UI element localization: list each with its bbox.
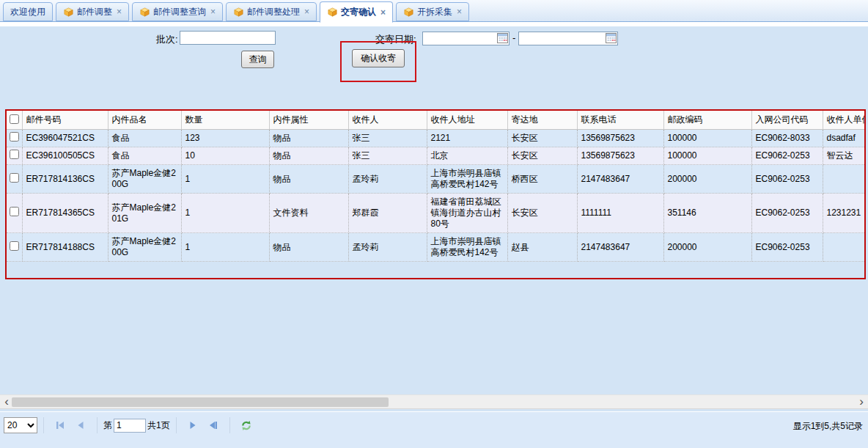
table-cell: 长安区 [507, 194, 577, 233]
close-icon[interactable]: × [380, 8, 386, 17]
horizontal-scrollbar[interactable]: ‹ › [0, 394, 868, 409]
table-cell: 2147483647 [577, 233, 663, 262]
select-all-cell [7, 111, 22, 130]
next-page-icon[interactable] [187, 419, 199, 431]
tab-label: 邮件调整 [77, 6, 112, 18]
table-cell: 物品 [269, 165, 348, 194]
table-cell: 2147483647 [577, 165, 663, 194]
table-cell: 张三 [348, 147, 427, 165]
column-header: 邮政编码 [663, 111, 751, 130]
tab-welcome[interactable]: 欢迎使用 [3, 2, 53, 21]
row-select-cell [7, 194, 22, 233]
package-icon [63, 7, 74, 18]
table-row[interactable]: EC396047521CS食品123物品张三2121长安区13569875623… [7, 130, 866, 147]
date-to-input[interactable] [518, 32, 618, 45]
scroll-left-icon[interactable]: ‹ [1, 394, 12, 409]
tab-label: 欢迎使用 [10, 6, 45, 18]
table-row[interactable]: ER717814365CS苏产Maple金健201G1文件资料郑群霞福建省莆田荔… [7, 194, 866, 233]
table-cell: EC9062-8033 [751, 130, 823, 147]
table-cell: 1 [181, 233, 269, 262]
table-cell: 物品 [269, 147, 348, 165]
calendar-icon[interactable] [606, 32, 617, 46]
row-checkbox[interactable] [10, 150, 19, 159]
table-row[interactable]: ER717814188CS苏产Maple金健200G1物品孟玲莉上海市崇明县庙镇… [7, 233, 866, 262]
tab-mail-adjust-query[interactable]: 邮件调整查询 × [132, 2, 223, 21]
table-cell: 13569875623 [577, 147, 663, 165]
row-checkbox[interactable] [10, 173, 19, 183]
confirm-receive-button[interactable]: 确认收寄 [352, 49, 405, 67]
table-cell: EC9062-0253 [751, 165, 823, 194]
table-cell: EC396100505CS [22, 147, 108, 165]
row-checkbox[interactable] [10, 207, 19, 216]
column-header: 联系电话 [577, 111, 663, 130]
table-cell: EC9062-0253 [751, 233, 823, 262]
table-cell: ER717814188CS [22, 233, 108, 262]
mail-table: 邮件号码内件品名数量内件属性收件人收件人地址寄达地联系电话邮政编码入网公司代码收… [7, 111, 866, 262]
table-cell: 上海市崇明县庙镇高桥爱民村142号 [427, 165, 507, 194]
tab-open-collect[interactable]: 开拆采集 × [396, 2, 469, 21]
column-header: 邮件号码 [22, 111, 108, 130]
prev-page-icon[interactable] [75, 419, 87, 431]
tab-label: 交寄确认 [341, 6, 376, 18]
table-cell: EC396047521CS [22, 130, 108, 147]
page-number-input[interactable] [114, 419, 146, 433]
row-select-cell [7, 165, 22, 194]
batch-input[interactable] [180, 31, 276, 45]
scrollbar-thumb[interactable] [12, 397, 389, 407]
close-icon[interactable]: × [304, 7, 309, 16]
table-cell: 物品 [269, 233, 348, 262]
table-cell: 赵县 [507, 233, 577, 262]
query-button[interactable]: 查询 [241, 51, 274, 68]
close-icon[interactable]: × [210, 7, 216, 16]
page-size-select[interactable]: 20 [4, 417, 37, 433]
table-cell: 100000 [663, 147, 751, 165]
close-icon[interactable]: × [117, 7, 122, 16]
row-checkbox[interactable] [10, 241, 19, 251]
table-cell: 1 [181, 165, 269, 194]
tab-label: 邮件调整处理 [247, 6, 300, 18]
select-all-checkbox[interactable] [10, 114, 19, 124]
table-cell: 苏产Maple金健200G [108, 165, 181, 194]
tab-mail-adjust[interactable]: 邮件调整 × [56, 2, 129, 21]
row-select-cell [7, 147, 22, 165]
table-cell: 食品 [108, 130, 181, 147]
table-cell: 张三 [348, 130, 427, 147]
package-icon [327, 7, 338, 18]
table-cell: 郑群霞 [348, 194, 427, 233]
delivery-date-label: 交寄日期: [375, 33, 416, 46]
table-cell: 13569875623 [577, 130, 663, 147]
table-cell [823, 165, 866, 194]
table-cell [823, 233, 866, 262]
row-select-cell [7, 233, 22, 262]
table-cell: 10 [181, 147, 269, 165]
column-header: 收件人 [348, 111, 427, 130]
refresh-icon[interactable] [240, 419, 252, 431]
table-cell: 北京 [427, 147, 507, 165]
date-from-field [422, 31, 510, 45]
table-cell: 长安区 [507, 147, 577, 165]
table-row[interactable]: EC396100505CS食品10物品张三北京长安区13569875623100… [7, 147, 866, 165]
table-cell: 1111111 [577, 194, 663, 233]
tab-delivery-confirm[interactable]: 交寄确认 × [320, 1, 393, 23]
table-cell: 1 [181, 194, 269, 233]
column-header: 内件属性 [269, 111, 348, 130]
divider [229, 417, 230, 433]
table-cell: 100000 [663, 130, 751, 147]
table-body: EC396047521CS食品123物品张三2121长安区13569875623… [7, 130, 866, 262]
table-cell: 物品 [269, 130, 348, 147]
row-checkbox[interactable] [10, 132, 19, 142]
calendar-icon[interactable] [497, 32, 508, 46]
close-icon[interactable]: × [457, 7, 462, 16]
last-page-icon[interactable] [207, 419, 219, 431]
tab-mail-adjust-process[interactable]: 邮件调整处理 × [226, 2, 317, 21]
first-page-icon[interactable] [54, 419, 66, 431]
table-cell: ER717814136CS [22, 165, 108, 194]
table-cell: 福建省莆田荔城区镇海街道办古山村80号 [427, 194, 507, 233]
table-row[interactable]: ER717814136CS苏产Maple金健200G1物品孟玲莉上海市崇明县庙镇… [7, 165, 866, 194]
mail-table-region: 邮件号码内件品名数量内件属性收件人收件人地址寄达地联系电话邮政编码入网公司代码收… [5, 109, 866, 279]
table-cell: 孟玲莉 [348, 233, 427, 262]
page-total-label: 共1页 [147, 419, 170, 432]
scroll-right-icon[interactable]: › [856, 394, 867, 409]
table-cell: 智云达 [823, 147, 866, 165]
table-cell: 1231231 [823, 194, 866, 233]
